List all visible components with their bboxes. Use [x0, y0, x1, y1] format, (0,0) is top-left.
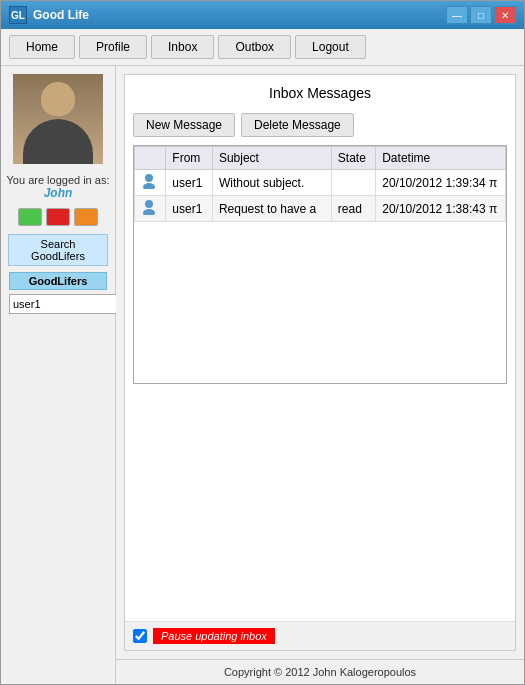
table-header-row: From Subject State Datetime [135, 147, 506, 170]
nav-home-button[interactable]: Home [9, 35, 75, 59]
minimize-button[interactable]: — [446, 6, 468, 24]
nav-outbox-button[interactable]: Outbox [218, 35, 291, 59]
svg-point-3 [143, 209, 155, 215]
search-goodlifers-button[interactable]: Search GoodLifers [8, 234, 108, 266]
row-datetime: 20/10/2012 1:38:43 π [376, 196, 506, 222]
copyright-text: Copyright © 2012 John Kalogeropoulos [224, 666, 416, 678]
row-subject: Without subject. [212, 170, 331, 196]
status-orange-button[interactable] [74, 208, 98, 226]
row-from: user1 [166, 196, 213, 222]
inbox-title: Inbox Messages [125, 75, 515, 109]
row-state [331, 170, 375, 196]
new-message-button[interactable]: New Message [133, 113, 235, 137]
status-buttons [18, 208, 98, 226]
search-row [9, 294, 107, 314]
table-row[interactable]: user1Request to have aread20/10/2012 1:3… [135, 196, 506, 222]
title-bar: GL Good Life — □ ✕ [1, 1, 524, 29]
inbox-toolbar: New Message Delete Message [125, 109, 515, 145]
goodlifers-section: GoodLifers [1, 272, 115, 314]
pause-row: Pause updating inbox [125, 621, 515, 650]
right-panel: Inbox Messages New Message Delete Messag… [116, 66, 524, 684]
col-icon [135, 147, 166, 170]
row-from: user1 [166, 170, 213, 196]
sidebar: You are logged in as: John Search GoodLi… [1, 66, 116, 684]
nav-profile-button[interactable]: Profile [79, 35, 147, 59]
status-green-button[interactable] [18, 208, 42, 226]
goodlifers-label: GoodLifers [9, 272, 107, 290]
row-state: read [331, 196, 375, 222]
inbox-container: Inbox Messages New Message Delete Messag… [124, 74, 516, 651]
app-icon: GL [9, 6, 27, 24]
avatar-image [13, 74, 103, 164]
svg-point-0 [145, 174, 153, 182]
footer: Copyright © 2012 John Kalogeropoulos [116, 659, 524, 684]
app-window: GL Good Life — □ ✕ Home Profile Inbox Ou… [0, 0, 525, 685]
pause-label: Pause updating inbox [153, 628, 275, 644]
row-subject: Request to have a [212, 196, 331, 222]
close-button[interactable]: ✕ [494, 6, 516, 24]
messages-table-container[interactable]: From Subject State Datetime user1Without… [133, 145, 507, 384]
pause-checkbox[interactable] [133, 629, 147, 643]
svg-point-1 [143, 183, 155, 189]
row-icon [135, 196, 166, 222]
restore-button[interactable]: □ [470, 6, 492, 24]
window-controls: — □ ✕ [446, 6, 516, 24]
col-subject: Subject [212, 147, 331, 170]
inbox-spacer [125, 384, 515, 621]
messages-table: From Subject State Datetime user1Without… [134, 146, 506, 222]
logged-in-name: John [44, 186, 73, 200]
main-content: You are logged in as: John Search GoodLi… [1, 66, 524, 684]
window-title: Good Life [33, 8, 446, 22]
row-datetime: 20/10/2012 1:39:34 π [376, 170, 506, 196]
nav-logout-button[interactable]: Logout [295, 35, 366, 59]
col-state: State [331, 147, 375, 170]
svg-point-2 [145, 200, 153, 208]
col-datetime: Datetime [376, 147, 506, 170]
status-red-button[interactable] [46, 208, 70, 226]
row-icon [135, 170, 166, 196]
nav-inbox-button[interactable]: Inbox [151, 35, 214, 59]
nav-bar: Home Profile Inbox Outbox Logout [1, 29, 524, 66]
logged-in-label: You are logged in as: [7, 174, 110, 186]
col-from: From [166, 147, 213, 170]
table-row[interactable]: user1Without subject.20/10/2012 1:39:34 … [135, 170, 506, 196]
avatar [13, 74, 103, 164]
delete-message-button[interactable]: Delete Message [241, 113, 354, 137]
